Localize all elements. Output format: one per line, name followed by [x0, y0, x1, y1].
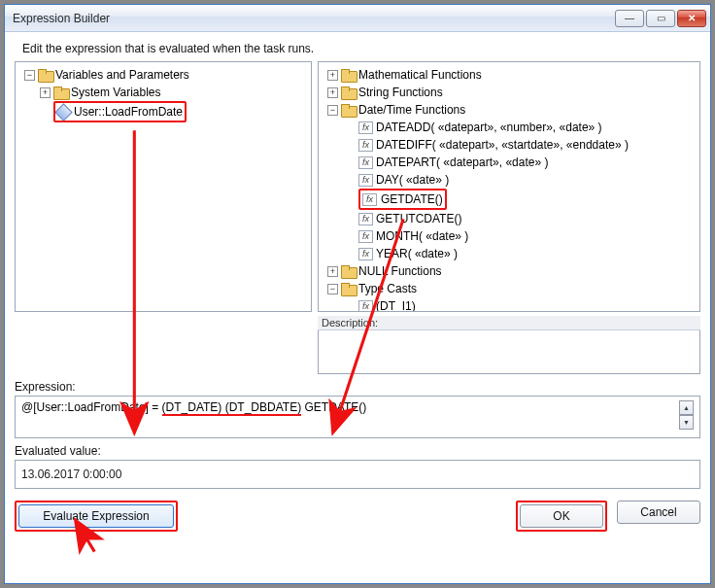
tree-label: DATEDIFF( «datepart», «startdate», «endd… [376, 136, 629, 154]
fx-icon: fx [358, 230, 373, 243]
evaluated-value: 13.06.2017 0:00:00 [21, 467, 121, 481]
trees-row: − Variables and Parameters + System Vari… [15, 61, 700, 312]
folder-icon [341, 104, 356, 116]
expand-icon[interactable]: + [327, 266, 338, 277]
expand-icon[interactable]: + [327, 87, 338, 98]
variables-tree-panel[interactable]: − Variables and Parameters + System Vari… [15, 61, 312, 312]
fx-icon: fx [358, 156, 373, 169]
folder-icon [53, 86, 68, 98]
tree-node[interactable]: + NULL Functions [324, 262, 696, 280]
tree-label: DAY( «date» ) [376, 171, 449, 189]
tree-label: System Variables [71, 84, 160, 101]
tree-node-casts[interactable]: − Type Casts [324, 280, 696, 297]
fx-icon: fx [358, 300, 373, 313]
collapse-icon[interactable]: − [327, 105, 338, 116]
tree-label: Variables and Parameters [55, 66, 189, 84]
instruction-text: Edit the expression that is evaluated wh… [22, 42, 700, 55]
variable-icon [54, 103, 72, 121]
folder-icon [341, 283, 356, 294]
expr-prefix: @[User::LoadFromDate] = [21, 400, 162, 414]
expand-icon[interactable]: + [327, 70, 338, 81]
button-row: Evaluate Expression OK Cancel [15, 501, 700, 532]
tree-node-fn[interactable]: fx DATEPART( «datepart», «date» ) [324, 154, 696, 171]
minimize-button[interactable]: — [615, 10, 644, 27]
expression-builder-window: Expression Builder — ▭ ✕ Edit the expres… [4, 4, 711, 584]
tree-node-datetime[interactable]: − Date/Time Functions [324, 101, 696, 119]
expand-icon[interactable]: + [40, 87, 51, 98]
scroll-down-icon[interactable]: ▼ [679, 415, 694, 430]
expr-cast-highlight: (DT_DATE) (DT_DBDATE) [162, 400, 302, 416]
evaluated-value-box: 13.06.2017 0:00:00 [15, 460, 700, 489]
tree-node-fn[interactable]: fx DAY( «date» ) [324, 171, 696, 189]
cancel-button[interactable]: Cancel [617, 501, 700, 524]
fx-icon: fx [358, 139, 373, 152]
tree-label: Date/Time Functions [358, 101, 465, 119]
description-section: Description: [318, 314, 700, 374]
expression-text: @[User::LoadFromDate] = (DT_DATE) (DT_DB… [21, 400, 366, 414]
tree-label: NULL Functions [358, 262, 442, 280]
tree-node-fn[interactable]: fx DATEDIFF( «datepart», «startdate», «e… [324, 136, 696, 154]
collapse-icon[interactable]: − [327, 284, 338, 294]
variables-tree: − Variables and Parameters + System Vari… [16, 62, 311, 126]
maximize-button[interactable]: ▭ [646, 10, 675, 27]
evaluate-highlight: Evaluate Expression [15, 501, 178, 532]
tree-label: User::LoadFromDate [74, 103, 183, 121]
ok-button[interactable]: OK [520, 504, 603, 528]
tree-node-fn-getdate[interactable]: fx GETDATE() [324, 189, 696, 210]
tree-label: (DT_I1) [376, 297, 416, 312]
expression-input[interactable]: @[User::LoadFromDate] = (DT_DATE) (DT_DB… [15, 396, 700, 438]
expression-label: Expression: [15, 380, 700, 394]
tree-node-user-var[interactable]: User::LoadFromDate [21, 101, 307, 122]
description-box: Description: [318, 316, 700, 374]
tree-label: GETDATE() [381, 190, 443, 208]
tree-node[interactable]: + String Functions [324, 84, 696, 101]
tree-node-system-vars[interactable]: + System Variables [21, 84, 307, 101]
expr-tail: GETDATE() [301, 400, 366, 414]
tree-node-fn[interactable]: fx GETUTCDATE() [324, 210, 696, 227]
fx-icon: fx [358, 213, 373, 225]
fx-icon: fx [358, 121, 373, 134]
folder-icon [38, 69, 52, 81]
functions-tree-panel[interactable]: + Mathematical Functions + String Functi… [318, 61, 700, 312]
folder-icon [341, 69, 356, 81]
tree-label: DATEPART( «datepart», «date» ) [376, 154, 548, 171]
tree-label: GETUTCDATE() [376, 210, 461, 227]
folder-icon [341, 265, 356, 277]
folder-icon [341, 86, 356, 98]
tree-node-cast[interactable]: fx (DT_I1) [324, 297, 696, 312]
description-label: Description: [318, 316, 700, 330]
tree-label: MONTH( «date» ) [376, 227, 468, 245]
window-buttons: — ▭ ✕ [615, 10, 706, 27]
tree-label: String Functions [358, 84, 443, 101]
content-area: Edit the expression that is evaluated wh… [5, 32, 710, 583]
tree-node-fn[interactable]: fx MONTH( «date» ) [324, 227, 696, 245]
ok-highlight: OK [516, 501, 607, 532]
tree-label: YEAR( «date» ) [376, 245, 458, 262]
no-expander [40, 107, 51, 118]
tree-node-fn[interactable]: fx DATEADD( «datepart», «number», «date»… [324, 119, 696, 136]
expression-scroll[interactable]: ▲ ▼ [679, 400, 694, 430]
tree-node[interactable]: + Mathematical Functions [324, 66, 696, 84]
titlebar: Expression Builder — ▭ ✕ [5, 5, 710, 32]
functions-tree: + Mathematical Functions + String Functi… [319, 62, 699, 312]
fx-icon: fx [358, 174, 373, 187]
evaluate-button[interactable]: Evaluate Expression [18, 504, 174, 528]
tree-node-fn[interactable]: fx YEAR( «date» ) [324, 245, 696, 262]
window-title: Expression Builder [13, 12, 110, 25]
tree-label: Mathematical Functions [358, 66, 482, 84]
evaluated-label: Evaluated value: [15, 444, 700, 458]
collapse-icon[interactable]: − [24, 70, 35, 81]
close-button[interactable]: ✕ [677, 10, 706, 27]
fx-icon: fx [358, 248, 373, 260]
right-buttons: OK Cancel [516, 501, 700, 532]
tree-label: Type Casts [358, 280, 417, 297]
tree-label: DATEADD( «datepart», «number», «date» ) [376, 119, 602, 136]
scroll-up-icon[interactable]: ▲ [679, 400, 694, 415]
fx-icon: fx [362, 193, 377, 206]
tree-node-root[interactable]: − Variables and Parameters [21, 66, 307, 84]
